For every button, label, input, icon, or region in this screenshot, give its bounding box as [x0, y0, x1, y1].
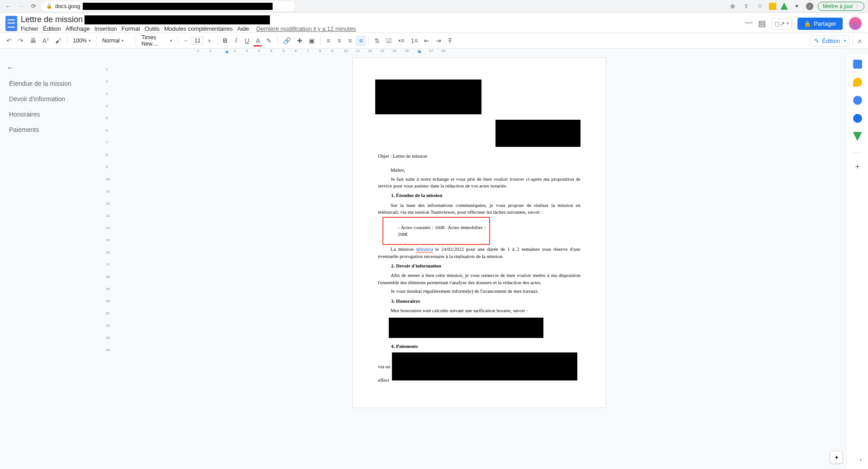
- hide-menus-button[interactable]: ʌ: [855, 36, 864, 46]
- back-button[interactable]: ←: [4, 3, 13, 9]
- redacted-url: [83, 3, 273, 10]
- update-label: Mettre à jour: [823, 3, 853, 9]
- redo-button[interactable]: ↷: [15, 35, 26, 46]
- browser-update-button[interactable]: Mettre à jour ⋮: [818, 2, 864, 11]
- align-center-button[interactable]: ≡: [334, 35, 344, 46]
- menu-tools[interactable]: Outils: [145, 25, 160, 32]
- share-browser-icon[interactable]: ⇪: [742, 3, 751, 9]
- decrease-font-button[interactable]: −: [181, 35, 191, 46]
- menu-edit[interactable]: Édition: [43, 25, 61, 32]
- menu-insert[interactable]: Insertion: [94, 25, 117, 32]
- bold-button[interactable]: B: [220, 35, 230, 46]
- menu-bar: Fichier Édition Affichage Insertion Form…: [21, 25, 356, 32]
- comments-icon[interactable]: ▤: [758, 19, 766, 28]
- font-family-dropdown[interactable]: Times New…▾: [139, 33, 175, 48]
- menu-addons[interactable]: Modules complémentaires: [164, 25, 233, 32]
- paragraph-style-dropdown[interactable]: Normal▾: [99, 37, 133, 45]
- profile-avatar-icon[interactable]: [806, 3, 813, 10]
- clear-formatting-button[interactable]: T: [445, 35, 455, 46]
- text-color-button[interactable]: A: [253, 35, 263, 46]
- menu-help[interactable]: Aide: [237, 25, 249, 32]
- last-edit-link[interactable]: Dernière modification il y a 12 minutes: [256, 25, 356, 32]
- underline-button[interactable]: U: [242, 35, 252, 46]
- present-icon: ▢↗: [774, 20, 785, 27]
- horizontal-ruler[interactable]: 21123456789101112131415161718: [0, 49, 868, 55]
- align-left-button[interactable]: ≡: [323, 35, 333, 46]
- url-text: docs.goog: [55, 3, 80, 9]
- extension-icon-2[interactable]: [781, 3, 788, 10]
- menu-file[interactable]: Fichier: [21, 25, 38, 32]
- address-bar[interactable]: 🔒 docs.goog: [42, 1, 295, 11]
- print-button[interactable]: 🖶: [27, 35, 39, 46]
- docs-logo-icon[interactable]: [5, 16, 17, 31]
- checklist-button[interactable]: ☑: [383, 35, 395, 46]
- present-button[interactable]: ▢↗ ▾: [771, 18, 792, 29]
- increase-indent-button[interactable]: ⇥: [433, 35, 444, 46]
- pencil-icon: ✎: [814, 38, 819, 44]
- lock-share-icon: 🔒: [804, 20, 811, 27]
- toolbar: ↶ ↷ 🖶 Aᵀ 🖌 100%▾ Normal▾ Times New…▾ − 1…: [0, 33, 868, 49]
- editing-mode-dropdown[interactable]: ✎ Édition ▾: [810, 35, 849, 47]
- spellcheck-button[interactable]: Aᵀ: [40, 35, 52, 46]
- align-right-button[interactable]: ≡: [345, 35, 355, 46]
- share-label: Partager: [814, 20, 836, 27]
- extension-icon-1[interactable]: [769, 3, 776, 10]
- browser-chrome-bar: ← → ⟳ 🔒 docs.goog ⊕ ⇪ ☆ ✦ Mettre à jour …: [0, 0, 868, 13]
- activity-icon[interactable]: 〰: [745, 19, 753, 28]
- menu-view[interactable]: Affichage: [66, 25, 90, 32]
- italic-button[interactable]: I: [231, 35, 241, 46]
- zoom-dropdown[interactable]: 100%▾: [70, 37, 94, 45]
- redacted-title-suffix: [85, 15, 270, 24]
- numbered-list-button[interactable]: 1≡: [408, 35, 420, 46]
- undo-button[interactable]: ↶: [4, 35, 14, 46]
- extensions-icon[interactable]: ✦: [793, 3, 802, 9]
- reload-button[interactable]: ⟳: [29, 3, 38, 9]
- line-spacing-button[interactable]: ⇅: [372, 35, 382, 46]
- share-button[interactable]: 🔒 Partager: [797, 18, 843, 30]
- zoom-icon[interactable]: ⊕: [728, 3, 737, 9]
- font-size-input[interactable]: 11: [192, 37, 203, 45]
- highlight-button[interactable]: ✎: [264, 35, 274, 46]
- bookmark-icon[interactable]: ☆: [755, 3, 764, 9]
- user-avatar[interactable]: [848, 16, 863, 31]
- decrease-indent-button[interactable]: ⇤: [421, 35, 432, 46]
- align-justify-button[interactable]: ≡: [356, 35, 366, 46]
- forward-button[interactable]: →: [16, 3, 25, 9]
- increase-font-button[interactable]: +: [204, 35, 214, 46]
- menu-format[interactable]: Format: [122, 25, 140, 32]
- insert-comment-button[interactable]: ✚: [294, 35, 305, 46]
- paint-format-button[interactable]: 🖌: [52, 35, 64, 46]
- lock-icon: 🔒: [46, 3, 52, 9]
- insert-image-button[interactable]: ▣: [306, 35, 317, 46]
- insert-link-button[interactable]: 🔗: [280, 35, 293, 46]
- docs-header: Lettre de mission Fichier Édition Affich…: [0, 13, 868, 33]
- document-title[interactable]: Lettre de mission: [21, 15, 83, 24]
- bulleted-list-button[interactable]: •≡: [396, 35, 407, 46]
